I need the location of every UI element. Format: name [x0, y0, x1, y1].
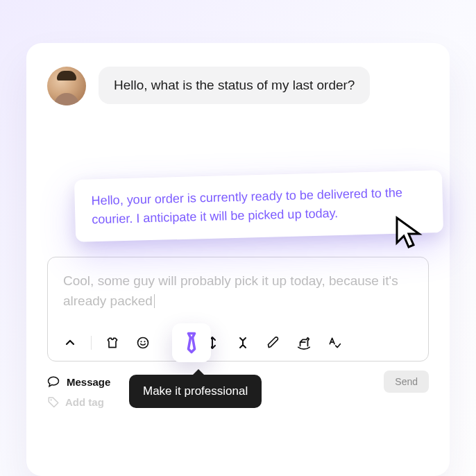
tie-icon[interactable] [172, 323, 211, 362]
message-type-selector[interactable]: Message [47, 375, 110, 388]
collapse-toolbar-button[interactable] [60, 333, 80, 352]
svg-point-2 [144, 341, 145, 342]
spellcheck-icon[interactable] [325, 333, 344, 352]
ai-suggestion-bubble[interactable]: Hello, your order is currently ready to … [74, 170, 443, 242]
chat-card: Hello, what is the status of my last ord… [26, 43, 450, 476]
composer-draft-text: Cool, some guy will probably pick it up … [63, 273, 398, 308]
send-button[interactable]: Send [384, 371, 429, 393]
message-type-label: Message [67, 376, 110, 388]
chat-bubble-icon [47, 375, 60, 388]
svg-point-0 [138, 338, 148, 348]
customer-message-text: Hello, what is the status of my last ord… [114, 78, 355, 92]
svg-point-3 [51, 399, 52, 400]
text-caret [154, 294, 155, 308]
tooltip-text: Make it professional [143, 384, 248, 398]
rocking-horse-icon[interactable] [294, 333, 314, 352]
composer-input[interactable]: Cool, some guy will probably pick it up … [48, 257, 428, 326]
message-composer: Cool, some guy will probably pick it up … [47, 257, 429, 362]
smile-icon[interactable] [133, 333, 153, 352]
add-tag-button[interactable]: Add tag [47, 396, 104, 408]
pen-icon[interactable] [264, 333, 283, 352]
toolbar-divider [91, 336, 92, 350]
svg-point-1 [140, 341, 142, 342]
customer-avatar [47, 67, 86, 105]
tshirt-icon[interactable] [103, 333, 122, 352]
send-button-label: Send [395, 376, 418, 387]
tag-icon [47, 396, 60, 408]
ai-suggestion-text: Hello, your order is currently ready to … [91, 186, 402, 227]
tone-tooltip: Make it professional [129, 375, 262, 408]
shorten-icon[interactable] [233, 333, 253, 352]
cursor-icon [393, 215, 423, 251]
customer-message-bubble: Hello, what is the status of my last ord… [99, 67, 370, 104]
ai-tone-toolbar [48, 326, 428, 361]
add-tag-label: Add tag [65, 396, 104, 408]
incoming-message-row: Hello, what is the status of my last ord… [47, 67, 429, 105]
